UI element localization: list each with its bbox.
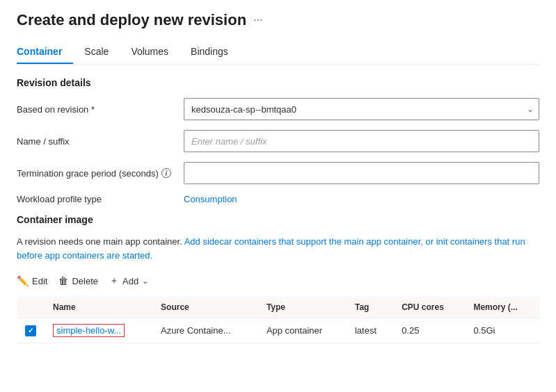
add-icon: ＋ [109, 275, 119, 287]
table-row: simple-hello-w... Azure Containe... App … [17, 318, 539, 343]
container-image-title: Container image [17, 214, 539, 225]
more-options-icon[interactable]: ··· [253, 14, 262, 26]
revision-details-title: Revision details [17, 77, 539, 88]
name-suffix-input[interactable] [184, 130, 539, 152]
workload-profile-row: Workload profile type Consumption [17, 194, 539, 204]
edit-button[interactable]: ✏️ Edit [17, 272, 47, 289]
add-sidecar-link[interactable]: Add sidecar containers that support the … [17, 236, 525, 261]
table-header-row: Name Source Type Tag CPU cores Memory (.… [17, 297, 539, 318]
page-container: Create and deploy new revision ··· Conta… [0, 0, 556, 354]
container-name-link[interactable]: simple-hello-w... [53, 324, 125, 337]
col-memory: Memory (... [465, 297, 539, 318]
delete-label: Delete [72, 276, 98, 286]
row-source: Azure Containe... [152, 318, 258, 343]
add-label: Add [122, 276, 138, 286]
workload-profile-label: Workload profile type [17, 194, 184, 204]
termination-grace-row: Termination grace period (seconds) i [17, 162, 539, 184]
row-tag: latest [347, 318, 393, 343]
col-name: Name [45, 297, 152, 318]
tab-container[interactable]: Container [17, 40, 73, 64]
termination-grace-control [184, 162, 539, 184]
row-checkbox[interactable] [25, 325, 36, 336]
edit-label: Edit [32, 276, 47, 286]
container-image-section: Container image A revision needs one mai… [17, 214, 539, 343]
termination-grace-label: Termination grace period (seconds) i [17, 168, 184, 179]
name-suffix-label: Name / suffix [17, 136, 184, 147]
termination-grace-input[interactable] [184, 162, 539, 184]
based-on-revision-control: kedsouza-ca-sp--bmtqaa0 ⌄ [184, 98, 539, 120]
add-chevron-icon: ⌄ [142, 277, 148, 286]
workload-profile-value: Consumption [184, 194, 539, 204]
name-suffix-control [184, 130, 539, 152]
col-cpu: CPU cores [393, 297, 465, 318]
tab-bindings[interactable]: Bindings [191, 40, 239, 64]
tabs-bar: Container Scale Volumes Bindings [17, 40, 539, 65]
add-button[interactable]: ＋ Add ⌄ [109, 272, 148, 290]
col-source: Source [152, 297, 258, 318]
page-title: Create and deploy new revision [17, 11, 246, 29]
edit-icon: ✏️ [17, 275, 29, 286]
name-suffix-row: Name / suffix [17, 130, 539, 152]
row-name: simple-hello-w... [45, 318, 152, 343]
row-checkbox-cell [17, 318, 45, 343]
based-on-revision-select-wrapper: kedsouza-ca-sp--bmtqaa0 ⌄ [184, 98, 539, 120]
col-checkbox [17, 297, 45, 318]
revision-details-section: Revision details Based on revision * ked… [17, 77, 539, 204]
page-header: Create and deploy new revision ··· [17, 11, 539, 29]
based-on-revision-select[interactable]: kedsouza-ca-sp--bmtqaa0 [184, 98, 539, 120]
tab-scale[interactable]: Scale [84, 40, 120, 64]
delete-icon: 🗑 [58, 275, 68, 286]
row-type: App container [258, 318, 347, 343]
info-icon[interactable]: i [161, 168, 171, 178]
row-cpu: 0.25 [393, 318, 465, 343]
col-type: Type [258, 297, 347, 318]
workload-profile-link[interactable]: Consumption [184, 194, 237, 204]
container-table: Name Source Type Tag CPU cores Memory (.… [17, 297, 539, 343]
container-toolbar: ✏️ Edit 🗑 Delete ＋ Add ⌄ [17, 272, 539, 290]
tab-volumes[interactable]: Volumes [131, 40, 180, 64]
delete-button[interactable]: 🗑 Delete [58, 272, 98, 289]
based-on-revision-row: Based on revision * kedsouza-ca-sp--bmtq… [17, 98, 539, 120]
based-on-revision-label: Based on revision * [17, 104, 184, 115]
col-tag: Tag [347, 297, 393, 318]
row-memory: 0.5Gi [465, 318, 539, 343]
container-image-description: A revision needs one main app container.… [17, 235, 539, 262]
